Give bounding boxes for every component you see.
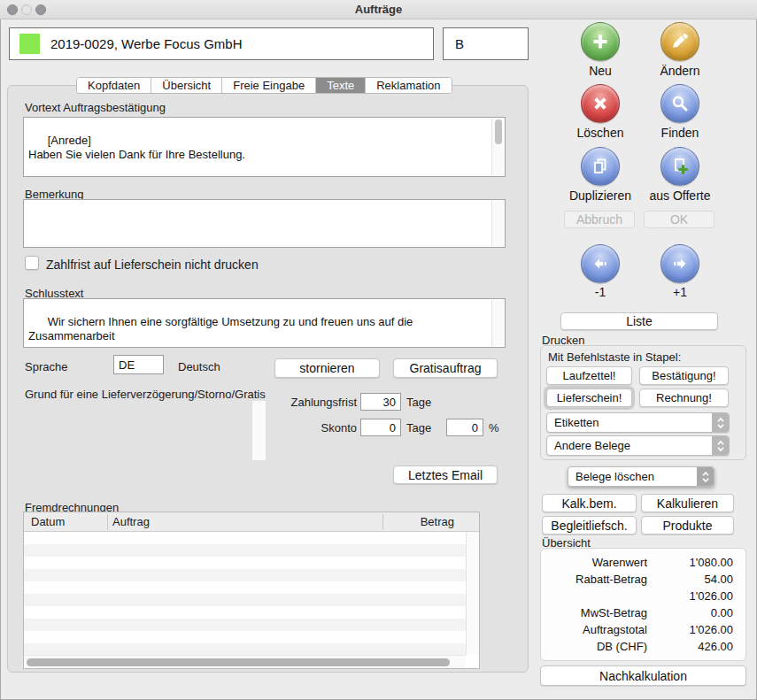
next-record-button[interactable] <box>660 244 699 283</box>
code-field[interactable] <box>443 27 529 60</box>
vortext-scrollbar-thumb[interactable] <box>495 119 502 144</box>
finden-label: Finden <box>631 126 729 140</box>
window-title: Aufträge <box>0 3 757 16</box>
finden-button[interactable] <box>660 84 699 123</box>
stornieren-button[interactable]: stornieren <box>274 358 380 378</box>
vortext-label: Vortext Auftragsbestätigung <box>25 101 166 114</box>
loeschen-button[interactable] <box>581 84 620 123</box>
skonto-percent-unit: % <box>489 421 499 435</box>
drucken-groupbox: Mit Befehlstaste in Stapel: Laufzettel! … <box>540 345 746 460</box>
grund-label: Grund für eine Lieferverzögerung/Storno/… <box>25 388 266 401</box>
status-color-square <box>19 34 40 54</box>
table-horizontal-scrollbar-thumb[interactable] <box>27 658 450 666</box>
schlusstext-text: Wir sichern Ihnen eine sorgfältige Umset… <box>28 315 416 342</box>
zahlungsfrist-label: Zahlungsfrist <box>259 396 357 409</box>
sprache-name-label: Deutsch <box>178 360 220 373</box>
neu-button[interactable] <box>581 22 620 61</box>
bestaetigung-button[interactable]: Bestätigung! <box>639 366 729 385</box>
table-row <box>24 581 466 594</box>
summary-row-value: 1'080.00 <box>636 556 733 569</box>
zahlungsfrist-unit: Tage <box>406 396 431 409</box>
schlusstext-textarea[interactable]: Wir sichern Ihnen eine sorgfältige Umset… <box>23 298 506 348</box>
next-record-label: +1 <box>631 285 729 299</box>
tab-freie-eingabe[interactable]: Freie Eingabe <box>222 78 316 93</box>
bemerkung-scrollbar-track[interactable] <box>491 201 504 246</box>
duplicate-pages-icon <box>590 156 611 177</box>
tab-kopfdaten[interactable]: Kopfdaten <box>77 78 151 93</box>
table-row <box>24 606 466 619</box>
belege-loeschen-dropdown[interactable]: Belege löschen <box>568 466 715 487</box>
chevron-up-down-icon <box>712 436 729 455</box>
abbruch-button[interactable]: Abbruch <box>564 211 635 228</box>
table-row <box>24 594 466 606</box>
previous-record-button[interactable] <box>581 244 620 283</box>
page-plus-icon <box>669 156 691 177</box>
begleitliefsch-button[interactable]: Begleitliefsch. <box>542 516 637 535</box>
table-row <box>24 569 466 581</box>
zahlungsfrist-input[interactable] <box>360 393 401 411</box>
chevron-up-down-icon <box>712 413 729 432</box>
vortext-text: [Anrede] Haben Sie vielen Dank für Ihre … <box>28 134 245 177</box>
tab-bar: Kopfdaten Übersicht Freie Eingabe Texte … <box>76 77 452 94</box>
summary-row-value: 54.00 <box>636 573 733 586</box>
stapel-hint-label: Mit Befehlstaste in Stapel: <box>548 350 681 364</box>
table-vertical-scrollbar[interactable] <box>466 532 479 655</box>
ok-button[interactable]: OK <box>644 211 715 228</box>
fremdrechnungen-table: Datum Auftrag Betrag <box>23 512 480 669</box>
tab-reklamation[interactable]: Reklamation <box>366 78 451 93</box>
texte-tab-panel: Vortext Auftragsbestätigung [Anrede] Hab… <box>7 85 529 673</box>
sprache-code-input[interactable] <box>113 355 164 374</box>
titlebar: Aufträge <box>0 0 757 19</box>
zahlfrist-checkbox-label: Zahlfrist auf Lieferschein nicht drucken <box>46 258 259 272</box>
kalkulieren-button[interactable]: Kalkulieren <box>641 494 734 512</box>
tab-texte[interactable]: Texte <box>316 78 366 93</box>
table-row <box>24 544 466 557</box>
etiketten-dropdown[interactable]: Etiketten <box>546 412 730 433</box>
liste-button[interactable]: Liste <box>560 312 718 330</box>
etiketten-dropdown-value: Etiketten <box>547 416 712 429</box>
column-header-datum[interactable]: Datum <box>31 515 65 528</box>
bemerkung-textarea[interactable] <box>23 199 506 248</box>
vortext-textarea[interactable]: [Anrede] Haben Sie vielen Dank für Ihre … <box>23 117 506 177</box>
order-reference-field[interactable]: 2019-0029, Werbe Focus GmbH <box>9 27 434 60</box>
column-header-auftrag[interactable]: Auftrag <box>112 515 150 528</box>
uebersicht-box: Warenwert 1'080.00 Rabatt-Betrag 54.00 1… <box>540 548 746 661</box>
arrow-left-icon <box>590 253 611 274</box>
summary-row-label: Auftragstotal <box>550 623 647 636</box>
zahlfrist-checkbox[interactable] <box>25 256 39 270</box>
column-separator[interactable] <box>107 514 108 530</box>
table-row <box>24 643 466 655</box>
column-header-betrag[interactable]: Betrag <box>421 515 454 528</box>
summary-row-label: Rabatt-Betrag <box>550 573 647 586</box>
skonto-label: Skonto <box>259 421 357 435</box>
table-row <box>24 631 466 643</box>
table-row <box>24 557 466 569</box>
summary-row-value: 1'026.00 <box>636 623 733 636</box>
skonto-percent-input[interactable] <box>446 419 483 436</box>
aus-offerte-label: aus Offerte <box>631 188 729 203</box>
gratisauftrag-button[interactable]: Gratisauftrag <box>393 358 498 378</box>
andere-belege-dropdown[interactable]: Andere Belege <box>546 435 730 456</box>
table-horizontal-scrollbar[interactable] <box>24 655 466 668</box>
summary-row-value: 0.00 <box>636 606 733 619</box>
tab-uebersicht[interactable]: Übersicht <box>151 78 222 93</box>
belege-loeschen-dropdown-value: Belege löschen <box>568 470 697 483</box>
summary-row-label: MwSt-Betrag <box>550 606 647 619</box>
laufzettel-button[interactable]: Laufzettel! <box>546 366 632 385</box>
kalk-bem-button[interactable]: Kalk.bem. <box>542 494 637 512</box>
skonto-days-input[interactable] <box>360 419 401 436</box>
duplizieren-button[interactable] <box>581 147 620 186</box>
letztes-email-button[interactable]: Letztes Email <box>393 465 498 484</box>
nachkalkulation-button[interactable]: Nachkalkulation <box>540 665 746 686</box>
summary-row-value: 1'026.00 <box>636 589 733 603</box>
chevron-up-down-icon <box>697 467 714 486</box>
column-separator[interactable] <box>382 514 383 530</box>
rechnung-button[interactable]: Rechnung! <box>639 388 729 407</box>
aus-offerte-button[interactable] <box>660 147 699 186</box>
table-row <box>24 532 466 544</box>
aendern-button[interactable] <box>660 22 699 61</box>
produkte-button[interactable]: Produkte <box>641 516 734 535</box>
lieferschein-button[interactable]: Lieferschein! <box>546 388 632 407</box>
schlusstext-scrollbar-track[interactable] <box>491 300 504 346</box>
order-reference-text: 2019-0029, Werbe Focus GmbH <box>50 36 243 51</box>
